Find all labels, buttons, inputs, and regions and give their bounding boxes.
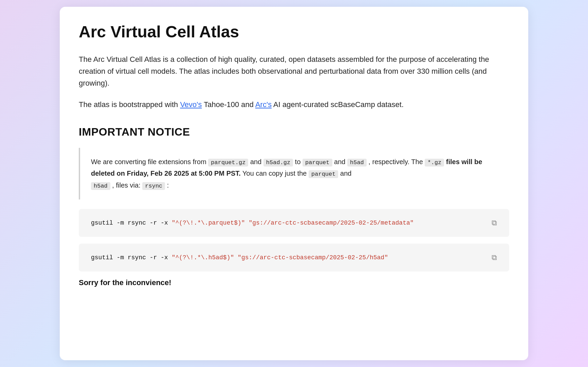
code-string-4: "gs://arc-ctc-scbasecamp/2025-02-25/h5ad… xyxy=(238,254,388,261)
code-string-2: "gs://arc-ctc-scbasecamp/2025-02-25/meta… xyxy=(249,220,414,226)
page-title: Arc Virtual Cell Atlas xyxy=(79,23,509,41)
notice-blockquote: We are converting file extensions from p… xyxy=(79,148,509,200)
copy-button-2[interactable]: ⧉ xyxy=(492,253,497,262)
copy-button-1[interactable]: ⧉ xyxy=(492,219,497,227)
arc-link[interactable]: Arc's xyxy=(255,100,272,109)
code-string-3: "^(?\!.*\.h5ad$)" xyxy=(172,254,234,261)
code-star-gz: *.gz xyxy=(425,159,444,167)
vevo-link[interactable]: Vevo's xyxy=(180,100,202,109)
code-parquet2: parquet xyxy=(309,170,338,178)
code-string-1: "^(?\!.*\.parquet$)" xyxy=(172,220,245,226)
bootstrap-paragraph: The atlas is bootstrapped with Vevo's Ta… xyxy=(79,99,509,110)
code-h5ad-gz: h5ad.gz xyxy=(263,159,293,167)
code-parquet-gz: parquet.gz xyxy=(208,159,248,167)
code-block-1-text: gsutil -m rsync -r -x "^(?\!.*\.parquet$… xyxy=(91,220,414,226)
sorry-text: Sorry for the inconvience! xyxy=(79,278,509,287)
code-rsync: rsync xyxy=(142,182,165,190)
code-block-2-text: gsutil -m rsync -r -x "^(?\!.*\.h5ad$)" … xyxy=(91,254,388,261)
notice-paragraph: We are converting file extensions from p… xyxy=(91,156,498,192)
intro-paragraph: The Arc Virtual Cell Atlas is a collecti… xyxy=(79,53,509,89)
important-notice-heading: IMPORTANT NOTICE xyxy=(79,126,509,138)
code-block-1: gsutil -m rsync -r -x "^(?\!.*\.parquet$… xyxy=(79,209,509,237)
code-h5ad: h5ad xyxy=(347,159,367,167)
code-parquet: parquet xyxy=(302,159,332,167)
code-block-2: gsutil -m rsync -r -x "^(?\!.*\.h5ad$)" … xyxy=(79,244,509,272)
main-card: Arc Virtual Cell Atlas The Arc Virtual C… xyxy=(60,7,528,360)
code-h5ad2: h5ad xyxy=(91,182,110,190)
